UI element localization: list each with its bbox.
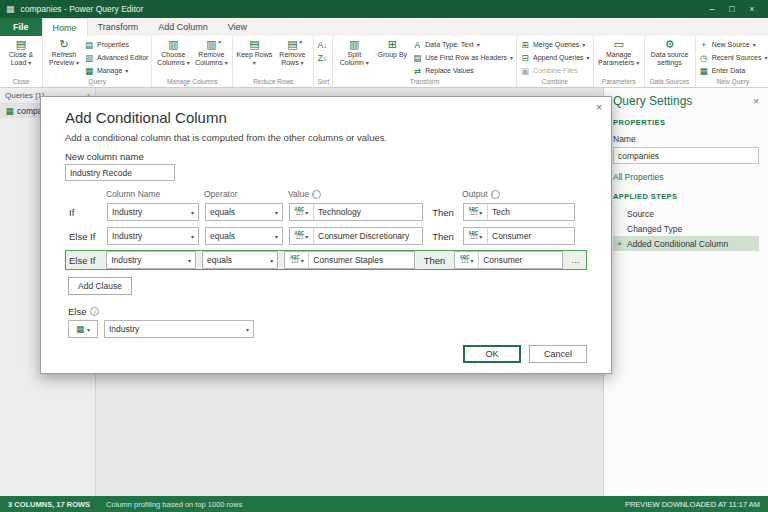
remove-columns-button[interactable]: ▥× Remove Columns ▾	[193, 37, 229, 67]
maximize-icon[interactable]: □	[722, 0, 742, 18]
keep-rows-button[interactable]: ▤ Keep Rows ▾	[236, 37, 272, 67]
applied-step-source[interactable]: Source	[613, 206, 759, 221]
tab-file[interactable]: File	[0, 18, 42, 36]
output-input[interactable]: Consumer	[488, 228, 574, 244]
recent-sources-button[interactable]: ◷ Recent Sources ▾	[699, 51, 768, 64]
properties-button[interactable]: ▤ Properties	[84, 38, 148, 51]
if-label: If	[69, 207, 101, 218]
tab-view[interactable]: View	[218, 18, 257, 36]
column-name-select[interactable]: Industry▾	[107, 203, 199, 221]
applied-step-changed-type[interactable]: Changed Type	[613, 221, 759, 236]
output-input[interactable]: Consumer	[479, 252, 562, 268]
advanced-editor-button[interactable]: ▥ Advanced Editor	[84, 51, 148, 64]
status-profiling-info: Column profiling based on top 1000 rows	[106, 500, 242, 509]
output-field: ABC123▾ Tech	[463, 203, 575, 221]
close-and-load-button[interactable]: ▤ Close & Load ▾	[3, 37, 39, 67]
group-by-button[interactable]: ⊞ Group By	[374, 37, 410, 59]
applied-steps-section-header: APPLIED STEPS	[613, 192, 759, 201]
applied-step-added-conditional-column[interactable]: × Added Conditional Column	[613, 236, 759, 251]
tab-add-column[interactable]: Add Column	[148, 18, 218, 36]
else-value-select[interactable]: Industry ▾	[104, 320, 254, 338]
split-column-button[interactable]: ▥ Split Column ▾	[336, 37, 372, 67]
ribbon-group-close: ▤ Close & Load ▾ Close	[0, 36, 43, 87]
column-name-value: Industry	[112, 231, 142, 241]
value-type-button[interactable]: ABC123▾	[285, 252, 309, 268]
manage-parameters-label: Manage Parameters	[598, 51, 634, 66]
manage-icon: ▦	[84, 66, 94, 76]
choose-columns-button[interactable]: ▥ Choose Columns ▾	[155, 37, 191, 67]
close-icon[interactable]: ×	[753, 96, 759, 107]
group-label-new-query: New Query	[699, 78, 768, 87]
else-value: Industry	[109, 324, 139, 334]
chevron-down-icon: ▾	[191, 209, 194, 216]
data-source-settings-button[interactable]: ⚙ Data source settings	[648, 37, 692, 67]
chevron-down-icon: ▾	[305, 233, 308, 240]
value-input[interactable]: Consumer Discretionary	[314, 228, 422, 244]
value-input[interactable]: Consumer Staples	[309, 252, 414, 268]
replace-values-label: Replace Values	[425, 67, 474, 74]
value-type-button[interactable]: ABC123▾	[290, 204, 314, 220]
delete-step-icon[interactable]: ×	[615, 239, 624, 248]
output-type-button[interactable]: ABC123▾	[464, 228, 488, 244]
recent-sources-label: Recent Sources	[712, 54, 762, 61]
manage-parameters-button[interactable]: ▭ Manage Parameters ▾	[597, 37, 641, 67]
info-icon: i	[491, 190, 500, 199]
append-queries-button[interactable]: ⊟ Append Queries ▾	[520, 51, 590, 64]
data-type-icon: A	[412, 40, 422, 50]
row-more-options-icon[interactable]: …	[569, 255, 583, 265]
red-x-icon: ×	[218, 39, 222, 45]
operator-select[interactable]: equals▾	[205, 227, 283, 245]
tab-home[interactable]: Home	[42, 18, 88, 36]
append-queries-label: Append Queries	[533, 54, 584, 61]
new-source-button[interactable]: + New Source ▾	[699, 38, 768, 51]
merge-queries-button[interactable]: ⊞ Merge Queries ▾	[520, 38, 590, 51]
advanced-editor-icon: ▥	[84, 53, 94, 63]
minimize-icon[interactable]: –	[702, 0, 722, 18]
replace-values-button[interactable]: ⇄ Replace Values	[412, 64, 513, 77]
keep-rows-icon: ▤	[249, 38, 259, 51]
new-source-label: New Source	[712, 41, 750, 48]
step-label: Added Conditional Column	[627, 239, 728, 249]
column-name-select[interactable]: Industry▾	[106, 251, 196, 269]
chevron-down-icon: ▾	[510, 54, 513, 61]
column-name-select[interactable]: Industry▾	[107, 227, 199, 245]
manage-button[interactable]: ▦ Manage ▾	[84, 64, 148, 77]
group-label-data-sources: Data Sources	[648, 78, 692, 87]
chevron-down-icon: ▾	[28, 60, 31, 66]
remove-rows-button[interactable]: ▤× Remove Rows ▾	[274, 37, 310, 67]
use-first-row-as-headers-button[interactable]: ▤ Use First Row as Headers ▾	[412, 51, 513, 64]
chevron-down-icon: ▾	[76, 60, 79, 66]
value-type-button[interactable]: ABC123▾	[290, 228, 314, 244]
output-input[interactable]: Tech	[488, 204, 574, 220]
refresh-preview-button[interactable]: ↻ Refresh Preview ▾	[46, 37, 82, 67]
tab-transform[interactable]: Transform	[88, 18, 149, 36]
query-name-input[interactable]	[613, 147, 759, 164]
split-column-label: Split Column	[340, 51, 364, 66]
operator-select[interactable]: equals▾	[205, 203, 283, 221]
sort-ascending-button[interactable]: A↓	[317, 38, 327, 51]
else-if-label: Else If	[69, 231, 101, 242]
add-clause-button[interactable]: Add Clause	[68, 277, 132, 295]
else-type-button[interactable]: ▦ ▾	[68, 320, 98, 338]
enter-data-button[interactable]: ▦ Enter Data	[699, 64, 768, 77]
close-icon[interactable]: ×	[596, 102, 602, 113]
chevron-down-icon: ▾	[753, 41, 756, 48]
chevron-down-icon: ▾	[270, 257, 273, 264]
data-type-button[interactable]: A Data Type: Text ▾	[412, 38, 513, 51]
ribbon-group-query: ↻ Refresh Preview ▾ ▤ Properties ▥ Advan…	[43, 36, 152, 87]
ok-button[interactable]: OK	[463, 345, 521, 363]
output-type-button[interactable]: ABC123▾	[455, 252, 479, 268]
condition-row: Else If Industry▾ equals▾ ABC123▾ Consum…	[65, 226, 587, 246]
window-title: companies - Power Query Editor	[21, 4, 144, 14]
data-source-settings-label: Data source settings	[651, 51, 689, 66]
output-type-button[interactable]: ABC123▾	[464, 204, 488, 220]
operator-select[interactable]: equals▾	[202, 251, 278, 269]
new-column-name-input[interactable]	[65, 164, 175, 181]
cancel-button[interactable]: Cancel	[529, 345, 587, 363]
enter-data-icon: ▦	[699, 66, 709, 76]
close-icon[interactable]: ×	[742, 0, 762, 18]
value-input[interactable]: Technology	[314, 204, 422, 220]
sort-descending-button[interactable]: Z↓	[317, 51, 327, 64]
all-properties-link[interactable]: All Properties	[613, 172, 664, 182]
chevron-down-icon: ▾	[246, 326, 249, 333]
